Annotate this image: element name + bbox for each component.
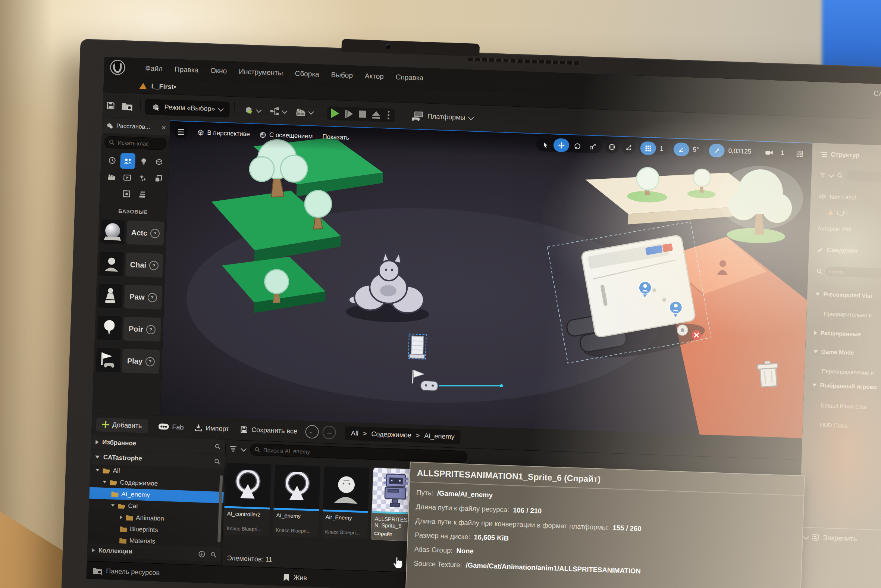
help-icon[interactable]: ? [150, 228, 160, 238]
category-shapes-icon[interactable] [151, 154, 167, 170]
viewport-scene[interactable] [160, 121, 813, 439]
add-button[interactable]: Добавить [96, 417, 148, 433]
level-icon [828, 210, 833, 214]
details-section[interactable]: Расширенные [806, 329, 881, 339]
basic-section-label: БАЗОВЫЕ [99, 207, 167, 216]
search-icon[interactable] [214, 458, 220, 465]
rotation-snap-control[interactable]: 5° [672, 142, 704, 157]
asset-air-enemy[interactable]: Air_Enemy Класс Bluepri... [322, 466, 370, 540]
item-label: Poir [129, 324, 144, 333]
quad-view-toggle[interactable] [793, 147, 806, 160]
play-options-kebab[interactable] [388, 114, 390, 116]
details-section[interactable]: Game Mode [805, 348, 881, 357]
place-actor-item-character[interactable]: Chai? [99, 249, 164, 280]
frame-skip-button[interactable] [345, 110, 353, 118]
menu-help[interactable]: Справка [390, 67, 430, 88]
blueprints-dropdown[interactable] [270, 106, 287, 116]
add-collection-icon[interactable] [198, 551, 205, 558]
category-vfx-icon[interactable] [135, 170, 150, 186]
category-all-classes-icon[interactable] [135, 186, 150, 202]
scale-tool[interactable] [585, 139, 601, 153]
category-lights-icon[interactable] [136, 153, 151, 170]
menu-window[interactable]: Окно [204, 60, 233, 82]
world-local-toggle[interactable] [605, 140, 619, 154]
help-icon[interactable]: ? [147, 292, 157, 302]
save-all-button[interactable]: Сохранить всё [240, 425, 298, 435]
close-icon[interactable]: ✕ [161, 124, 166, 131]
folder-open-icon [102, 467, 110, 474]
help-icon[interactable]: ? [146, 325, 156, 334]
webcam-icon [386, 44, 391, 49]
outliner-tab[interactable]: Структур [812, 150, 881, 161]
mode-label: Режим «Выбор» [164, 104, 215, 113]
level-viewport[interactable]: В перспективе С освещением Показать [160, 120, 813, 439]
menu-file[interactable]: Файл [139, 58, 169, 80]
grid-snap-control[interactable]: 1 [638, 141, 669, 156]
place-actors-tab[interactable]: Расстанов... ✕ [102, 118, 170, 135]
menu-actor[interactable]: Актор [358, 66, 390, 87]
content-browser-button[interactable] [121, 101, 133, 111]
category-media-icon[interactable] [119, 170, 135, 185]
save-button[interactable] [106, 100, 115, 110]
category-geometry-icon[interactable] [151, 171, 166, 186]
details-row[interactable]: Предварительно в [806, 310, 881, 319]
outliner-search[interactable] [846, 171, 881, 182]
breadcrumb-folder[interactable]: AI_enemy [424, 432, 455, 441]
fab-button[interactable]: Fab [158, 422, 184, 431]
category-recent-icon[interactable] [105, 152, 120, 168]
select-tool[interactable] [538, 138, 554, 152]
place-actor-item-player-start[interactable]: Play? [96, 345, 160, 376]
eject-button[interactable] [372, 111, 381, 118]
editor-mode-dropdown[interactable]: Режим «Выбор» [145, 99, 230, 117]
search-icon[interactable] [214, 443, 221, 450]
play-button[interactable] [331, 108, 339, 118]
search-icon[interactable] [210, 551, 217, 558]
category-cinematic-icon[interactable] [104, 169, 119, 184]
breadcrumb-root[interactable]: All [351, 429, 359, 437]
place-actors-icon [106, 122, 114, 130]
platforms-dropdown[interactable]: Платформы [412, 111, 473, 123]
show-dropdown[interactable]: Показать [322, 133, 349, 142]
menu-select[interactable]: Выбор [325, 64, 359, 86]
chevron-down-icon[interactable] [241, 446, 247, 452]
place-actor-item-pawn[interactable]: Paw? [98, 281, 163, 312]
back-button[interactable]: ← [305, 425, 319, 439]
breadcrumb-content[interactable]: Содержимое [371, 430, 411, 439]
hand-cursor-icon [391, 554, 404, 570]
tooltip-value: 106 / 210 [513, 506, 542, 515]
menu-tools[interactable]: Инструменты [232, 61, 289, 83]
cinematics-dropdown[interactable] [295, 108, 313, 117]
content-drawer-button[interactable]: Панель ресурсов [93, 566, 160, 577]
search-placeholder: Искать клас [117, 139, 149, 147]
help-icon[interactable]: ? [149, 260, 159, 270]
camera-speed-control[interactable]: 1 [760, 146, 790, 160]
pin-details-bar[interactable]: Закрепить [799, 527, 881, 544]
move-tool[interactable] [553, 138, 569, 152]
grid-snap-icon [640, 141, 656, 155]
status-second-tab[interactable]: Жив [282, 573, 307, 582]
forward-button[interactable]: → [322, 425, 336, 439]
help-icon[interactable]: ? [145, 357, 155, 366]
surface-snap-toggle[interactable] [622, 141, 635, 154]
rotate-tool[interactable] [569, 139, 585, 153]
menu-edit[interactable]: Правка [168, 59, 205, 80]
place-actor-item-actor[interactable]: Actc? [100, 217, 165, 248]
place-actor-item-point-light[interactable]: Poir? [97, 314, 162, 344]
perspective-dropdown[interactable]: В перспективе [197, 129, 250, 138]
filter-icon [820, 172, 826, 178]
add-actor-dropdown[interactable] [243, 105, 261, 116]
category-volumes-icon[interactable] [119, 186, 134, 202]
scale-snap-control[interactable]: 0,03125 [707, 144, 757, 159]
place-actors-search[interactable]: Искать клас [105, 136, 167, 150]
eye-icon [819, 194, 826, 199]
chevron-down-icon[interactable] [829, 172, 835, 178]
menu-build[interactable]: Сборка [289, 63, 326, 85]
viewport-options-button[interactable] [174, 125, 188, 139]
asset-ai-enemy[interactable]: AI_enemy Класс Bluepri... [273, 465, 321, 538]
lit-mode-dropdown[interactable]: С освещением [259, 131, 313, 140]
folder-open-icon [117, 502, 126, 509]
asset-ai-controller2[interactable]: AI_controller2 Класс Bluepri... [223, 463, 271, 536]
import-button[interactable]: Импорт [194, 423, 229, 433]
category-basic-icon[interactable] [120, 153, 135, 169]
stop-button[interactable] [359, 110, 366, 118]
